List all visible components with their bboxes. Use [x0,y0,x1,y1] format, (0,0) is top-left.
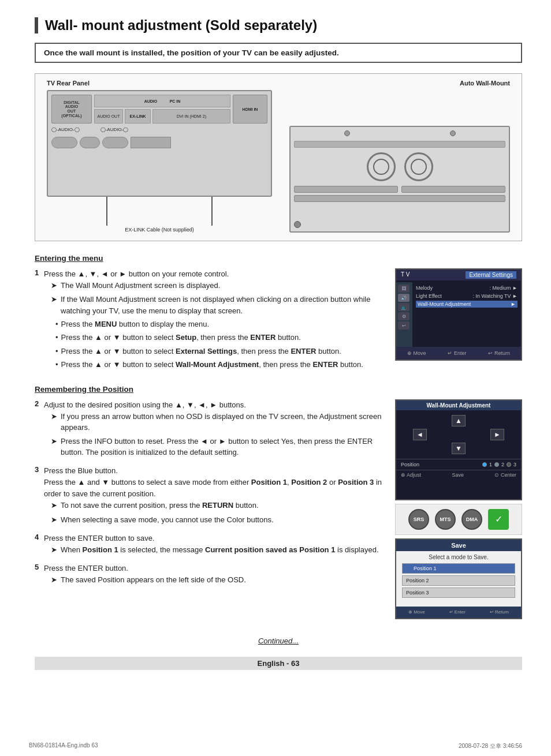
step1-intro: Press the ▲, ▼, ◄ or ► button on your re… [44,270,229,278]
step3-intro: Press the Blue button. [44,466,118,475]
save-position2-btn[interactable]: Position 2 [402,575,515,586]
footer-move: ⊕ Move [407,350,426,356]
menu-value-light: : In Watching TV ► [473,293,518,299]
step1-bullet4-text: Press the ▲ or ▼ button to select Wall-M… [61,359,384,370]
save-footer-move: ⊕ Move [408,609,425,615]
pos1-label: Position 1 [414,566,437,571]
bullet-sym-3: • [55,346,58,357]
menu-label-light: Light Effect [416,293,442,299]
diagram-area: TV Rear Panel Auto Wall-Mount DIGITALAUD… [35,73,522,241]
pos-label-1: 1 [489,462,492,467]
input-icon: ↩ [398,321,409,330]
step4-intro: Press the ENTER button to save. [44,534,154,542]
step2-arrow2-text: Press the INFO button to reset. Press th… [61,436,384,458]
page-title: Wall- mount adjustment (Sold separately) [45,17,522,33]
section2-screens: Wall-Mount Adjustment ▲ ◄ ► ▼ Position [395,399,522,619]
save-footer-enter: ↵ Enter [449,609,466,615]
subtitle-box: Once the wall mount is installed, the po… [35,43,522,63]
step3-row: 3 Press the Blue button. Press the ▲ and… [35,465,384,528]
arrow-icon-1: ➤ [51,280,57,291]
step3-arrow2: ➤ When selecting a save mode, you cannot… [51,514,384,526]
blue-button[interactable]: ✓ [488,509,509,530]
save-footer: ⊕ Move ↵ Enter ↩ Return [396,607,521,618]
bullet-sym-1: • [55,319,58,330]
step3-arrow1: ➤ To not save the current position, pres… [51,500,384,511]
remote-buttons-row: SRS MTS DMA ✓ [395,504,522,535]
step1-bullet2-text: Press the ▲ or ▼ button to select Setup,… [61,332,384,343]
wm-pos-dots: 1 2 3 [482,462,516,467]
save-position1-btn[interactable]: Position 1 [402,563,515,574]
wm-header: Wall-Mount Adjustment [396,401,521,410]
wm-footer-adjust: ⊕ Adjust [401,472,421,478]
menu-row-melody: Melody : Medium ► [416,285,518,291]
pos2-label: Position 2 [406,578,429,583]
section1-text: 1 Press the ▲, ▼, ◄ or ► button on your … [35,268,384,375]
save-position3-btn[interactable]: Position 3 [402,587,515,598]
tv-settings-screen: T V External Settings 🖼 🔊 📺 ⚙ ↩ Melody : [395,268,522,375]
tv-rear-diagram: DIGITALAUDIOOUT(OPTICAL) AUDIO PC IN AUD… [47,90,272,233]
wm-up-btn[interactable]: ▲ [452,415,466,426]
step1-arrow1-text: The Wall Mount Adjustment screen is disp… [61,280,384,291]
menu-row-wallmount: Wall-Mount Adjustment ► [416,301,518,308]
save-instruction: Select a mode to Save. [396,551,521,563]
wall-mount-diagram [289,126,510,233]
footer-left: BN68-01814A-Eng.indb 63 [29,742,98,750]
wm-down-btn[interactable]: ▼ [452,443,466,454]
section1-title: Entering the menu [35,254,522,263]
arrow-icon-2-2: ➤ [51,436,57,458]
page: Wall- mount adjustment (Sold separately)… [0,0,551,756]
step1-arrow2: ➤ If the Wall Mount Adjustment screen is… [51,294,384,316]
footer-enter: ↵ Enter [448,350,466,356]
section2-text: 2 Adjust to the desired position using t… [35,399,384,619]
pos-dot-3 [507,462,511,467]
step1-bullet3: • Press the ▲ or ▼ button to select Exte… [55,346,384,357]
continued-text: Continued... [35,637,522,645]
section-entering-menu: Entering the menu 1 Press the ▲, ▼, ◄ or… [35,254,522,375]
pos1-dot [406,566,411,571]
arrow-icon-4: ➤ [51,544,57,556]
dma-label: DMA [466,517,478,522]
save-screen-mockup: Save Select a mode to Save. Position 1 P… [395,538,522,619]
menu-row-light: Light Effect : In Watching TV ► [416,293,518,300]
mts-label: MTS [440,517,451,522]
tv-rear-label: TV Rear Panel [47,80,90,87]
section-remembering: Remembering the Position 2 Adjust to the… [35,385,522,619]
wm-left-btn[interactable]: ◄ [413,429,427,440]
wm-right-btn[interactable]: ► [490,429,504,440]
section2-title: Remembering the Position [35,385,522,394]
save-header: Save [396,540,521,551]
step3-content: Press the Blue button. Press the ▲ and ▼… [44,465,384,528]
bullet-sym-4: • [55,359,58,370]
step3-arrow1-text: To not save the current position, press … [61,500,384,511]
wm-footer: ⊕ Adjust Save ⊙ Center [396,470,521,480]
srs-button[interactable]: SRS [408,509,429,530]
screen-sidebar: 🖼 🔊 📺 ⚙ ↩ [396,282,412,347]
wm-arrows-area: ▲ ◄ ► ▼ [396,410,521,459]
step2-content: Adjust to the desired position using the… [44,399,384,461]
picture-icon: 🖼 [398,285,409,293]
mts-button[interactable]: MTS [435,509,456,530]
step2-arrow1-text: If you press an arrow button when no OSD… [61,411,384,433]
step1-row: 1 Press the ▲, ▼, ◄ or ► button on your … [35,268,384,372]
step1-content: Press the ▲, ▼, ◄ or ► button on your re… [44,268,384,372]
cable-label: EX-LINK Cable (Not supplied) [47,227,272,233]
step1-bullet1: • Press the MENU button to display the m… [55,319,384,330]
step5-num: 5 [35,563,44,588]
pos-label-3: 3 [513,462,516,467]
screen-header-tv: T V [401,271,409,279]
step1-num: 1 [35,268,44,372]
arrow-icon-5: ➤ [51,574,57,586]
menu-label-melody: Melody [416,285,433,291]
dma-button[interactable]: DMA [461,509,482,530]
step3-arrow2-text: When selecting a save mode, you cannot u… [61,514,384,526]
arrow-icon-2: ➤ [51,294,57,316]
step2-num: 2 [35,399,44,461]
pos-label-2: 2 [501,462,504,467]
setup-icon: ⚙ [398,312,409,320]
wm-position-label: Position [401,462,419,467]
channel-icon: 📺 [398,303,409,311]
step5-arrow: ➤ The saved Position appears on the left… [51,574,384,586]
subtitle-text: Once the wall mount is installed, the po… [44,48,339,57]
arrow-icon-2-1: ➤ [51,411,57,433]
step1-bullet4: • Press the ▲ or ▼ button to select Wall… [55,359,384,370]
